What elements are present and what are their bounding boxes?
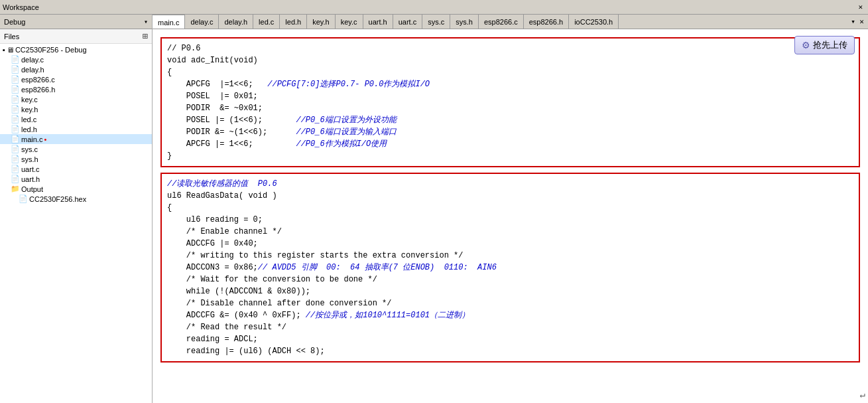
upload-icon: ⚙ (802, 40, 810, 51)
files-icon[interactable]: ⊞ (143, 31, 148, 42)
workspace-close[interactable]: ✕ (855, 3, 865, 11)
tab-uart-c[interactable]: uart.c (393, 15, 423, 29)
tree-item-delay-c[interactable]: 📄 delay.c (0, 54, 152, 64)
debug-bar: Debug ▾ (0, 15, 152, 29)
file-icon: 📄 (11, 105, 20, 114)
tree-label: CC2530F256.hex (29, 195, 86, 203)
tree-label: delay.c (21, 56, 44, 64)
tab-esp8266-h[interactable]: esp8266.h (524, 15, 569, 29)
debug-label: Debug (4, 18, 144, 26)
debug-arrow[interactable]: ▾ (144, 18, 148, 26)
tab-sys-h[interactable]: sys.h (450, 15, 479, 29)
code-line: APCFG |=1<<6; //PCFG[7:0]选择P0.7- P0.0作为模… (167, 78, 853, 90)
tree-item-ledc[interactable]: 📄 led.c (0, 114, 152, 124)
tabs-close-button[interactable]: ▾ ✕ (847, 15, 868, 29)
bottom-return-icon: ↵ (860, 389, 865, 400)
tab-sys-c[interactable]: sys.c (422, 15, 450, 29)
files-bar: Files ⊞ (0, 29, 152, 44)
tree-label: Output (21, 185, 43, 193)
code-line: while (!(ADCCON1 & 0x80)); (167, 285, 853, 297)
tree-item-hex[interactable]: 📄 CC2530F256.hex (0, 194, 152, 204)
editor-container: ⚙ 抢先上传 // P0.6 void adc_Init(void) { APC… (153, 29, 868, 403)
tree-label: key.c (21, 96, 38, 104)
code-line: void adc_Init(void) (167, 54, 853, 66)
upload-area: ⚙ 抢先上传 (794, 36, 855, 54)
upload-button[interactable]: ⚙ 抢先上传 (794, 36, 855, 54)
main-layout: Debug ▾ Files ⊞ ▪ 🖥 CC2530F256 - Debug 📄… (0, 15, 868, 403)
tab-key-c[interactable]: key.c (336, 15, 363, 29)
tree-item-uarth[interactable]: 📄 uart.h (0, 174, 152, 184)
modified-indicator: • (44, 135, 46, 143)
tab-led-c[interactable]: led.c (253, 15, 280, 29)
workspace-title: Workspace (3, 3, 855, 11)
file-icon: 📄 (11, 135, 20, 143)
tree-label: delay.h (21, 66, 44, 74)
tree-item-ledh[interactable]: 📄 led.h (0, 124, 152, 134)
file-icon: 📄 (11, 55, 20, 64)
tab-uart-h[interactable]: uart.h (363, 15, 393, 29)
code-line: PODIR &= ~(1<<6); //P0_6端口设置为输入端口 (167, 126, 853, 138)
code-line: reading = ADCL; (167, 333, 853, 345)
code-line: //读取光敏传感器的值 P0.6 (167, 178, 853, 190)
code-line: ul6 ReadGasData( void ) (167, 190, 853, 202)
file-icon: 📄 (11, 65, 20, 74)
code-line: POSEL |= 0x01; (167, 90, 853, 102)
code-line: APCFG |= 1<<6; //P0_6作为模拟I/O使用 (167, 138, 853, 150)
code-line: /* Enable channel */ (167, 226, 853, 238)
file-icon: 📄 (11, 75, 20, 84)
file-icon: 📄 (11, 85, 20, 94)
sidebar: Debug ▾ Files ⊞ ▪ 🖥 CC2530F256 - Debug 📄… (0, 15, 153, 403)
code-block-2: //读取光敏传感器的值 P0.6 ul6 ReadGasData( void )… (160, 173, 860, 363)
tree-root[interactable]: ▪ 🖥 CC2530F256 - Debug (0, 45, 152, 54)
tab-esp8266-c[interactable]: esp8266.c (479, 15, 524, 29)
file-icon: 📄 (11, 115, 20, 123)
folder-icon: 🖥 (7, 46, 14, 54)
tree-item-output[interactable]: 📁 Output (0, 184, 152, 194)
file-icon: 📄 (11, 175, 20, 183)
tree-collapse-icon: ▪ (3, 46, 5, 54)
file-icon: 📄 (11, 125, 20, 133)
tree-root-label: CC2530F256 - Debug (15, 46, 87, 54)
tree-label: esp8266.c (21, 76, 55, 84)
file-icon: 📄 (11, 145, 20, 153)
tree-label: sys.c (21, 145, 38, 153)
tree-label: led.c (21, 116, 36, 123)
file-tree: ▪ 🖥 CC2530F256 - Debug 📄 delay.c 📄 delay… (0, 44, 152, 403)
code-line: /* writing to this register starts the e… (167, 250, 853, 262)
tab-main-c[interactable]: main.c (153, 15, 185, 29)
code-line: } (167, 150, 853, 162)
tree-item-delay-h[interactable]: 📄 delay.h (0, 64, 152, 74)
tree-item-esp8266h[interactable]: 📄 esp8266.h (0, 84, 152, 94)
code-line: /* Wait for the conversion to be done */ (167, 274, 853, 285)
code-line: POSEL |= (1<<6); //P0_6端口设置为外设功能 (167, 114, 853, 126)
code-line: /* Read the result */ (167, 321, 853, 333)
tree-item-esp8266c[interactable]: 📄 esp8266.c (0, 74, 152, 84)
tree-item-sysh[interactable]: 📄 sys.h (0, 154, 152, 164)
editor-area: main.c delay.c delay.h led.c led.h key.h… (153, 15, 868, 403)
tab-delay-h[interactable]: delay.h (219, 15, 253, 29)
tree-item-mainc[interactable]: 📄 main.c • (0, 134, 152, 144)
top-bar: Workspace ✕ (0, 0, 868, 15)
code-line: PODIR &= ~0x01; (167, 102, 853, 114)
code-line: /* Disable channel after done conversion… (167, 297, 853, 309)
code-line: ul6 reading = 0; (167, 214, 853, 226)
tree-item-keyc[interactable]: 📄 key.c (0, 94, 152, 104)
tree-label: led.h (21, 125, 37, 133)
tab-iocc2530[interactable]: ioCC2530.h (569, 15, 619, 29)
tab-led-h[interactable]: led.h (280, 15, 307, 29)
code-line: ADCCON3 = 0x86;// AVDD5 引脚 00: 64 抽取率(7 … (167, 262, 853, 274)
code-line: // P0.6 (167, 42, 853, 54)
tabs-bar: main.c delay.c delay.h led.c led.h key.h… (153, 15, 868, 29)
tree-item-sysc[interactable]: 📄 sys.c (0, 144, 152, 154)
tree-label: esp8266.h (21, 86, 55, 94)
file-icon: 📄 (19, 195, 28, 203)
code-area[interactable]: ⚙ 抢先上传 // P0.6 void adc_Init(void) { APC… (153, 29, 868, 403)
code-line: { (167, 202, 853, 214)
tree-item-uartc[interactable]: 📄 uart.c (0, 164, 152, 174)
code-line: ADCCFG |= 0x40; (167, 238, 853, 250)
file-icon: 📄 (11, 155, 20, 163)
tab-delay-c[interactable]: delay.c (185, 15, 219, 29)
tree-label: key.h (21, 106, 38, 114)
tree-item-keyh[interactable]: 📄 key.h (0, 104, 152, 114)
tab-key-h[interactable]: key.h (307, 15, 335, 29)
